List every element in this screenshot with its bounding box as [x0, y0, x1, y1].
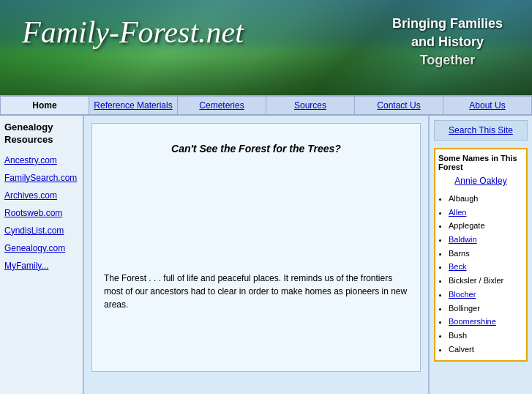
- content-inner: Can't See the Forest for the Trees? The …: [91, 123, 421, 372]
- nav-reference-materials[interactable]: Reference Materials: [89, 97, 178, 114]
- list-item: Beck: [449, 260, 523, 274]
- nav-home[interactable]: Home: [0, 97, 89, 114]
- right-panel: Search This Site Some Names in This Fore…: [430, 116, 532, 394]
- list-item: Bush: [449, 329, 523, 343]
- nav-cemeteries[interactable]: Cemeteries: [178, 97, 266, 114]
- list-item: Blocher: [449, 288, 523, 302]
- nav-about-us[interactable]: About Us: [443, 97, 532, 114]
- site-tagline: Bringing Families and History Together: [392, 15, 503, 70]
- sidebar-link-familysearch[interactable]: FamilySearch.com: [4, 173, 78, 183]
- sidebar: Genealogy Resources Ancestry.com FamilyS…: [0, 116, 84, 394]
- sidebar-link-cyndislist[interactable]: CyndisList.com: [4, 225, 78, 236]
- content-body: The Forest . . . full of life and peacef…: [104, 272, 408, 311]
- list-item: Baldwin: [449, 233, 523, 247]
- list-item: Barns: [449, 247, 523, 261]
- sidebar-link-genealogy[interactable]: Genealogy.com: [4, 243, 78, 253]
- list-item: Bollinger: [449, 302, 523, 316]
- featured-name[interactable]: Annie Oakley: [438, 176, 523, 186]
- main-content: Can't See the Forest for the Trees? The …: [84, 116, 430, 394]
- list-item: Applegate: [449, 219, 523, 233]
- list-item: Albaugh: [449, 192, 523, 206]
- names-title: Some Names in This Forest: [438, 154, 523, 171]
- sidebar-title: Genealogy Resources: [4, 122, 78, 146]
- sidebar-link-rootsweb[interactable]: Rootsweb.com: [4, 208, 78, 218]
- site-title: Family-Forest.net: [22, 15, 244, 50]
- site-header: Family-Forest.net Bringing Families and …: [0, 0, 532, 95]
- content-headline: Can't See the Forest for the Trees?: [104, 143, 408, 154]
- names-list: Albaugh Allen Applegate Baldwin Barns Be…: [438, 192, 523, 356]
- list-item: Boomershine: [449, 315, 523, 329]
- nav-sources[interactable]: Sources: [266, 97, 355, 114]
- list-item: Bicksler / Bixler: [449, 274, 523, 288]
- nav-contact-us[interactable]: Contact Us: [355, 97, 443, 114]
- sidebar-link-ancestry[interactable]: Ancestry.com: [4, 155, 78, 165]
- sidebar-link-myfamily[interactable]: MyFamily...: [4, 261, 78, 271]
- main-layout: Genealogy Resources Ancestry.com FamilyS…: [0, 116, 532, 394]
- list-item: Calvert: [449, 343, 523, 357]
- sidebar-link-archives[interactable]: Archives.com: [4, 190, 78, 201]
- main-navbar: Home Reference Materials Cemeteries Sour…: [0, 95, 532, 116]
- names-box: Some Names in This Forest Annie Oakley A…: [434, 148, 528, 362]
- search-this-site-button[interactable]: Search This Site: [434, 120, 528, 141]
- list-item: Allen: [449, 206, 523, 220]
